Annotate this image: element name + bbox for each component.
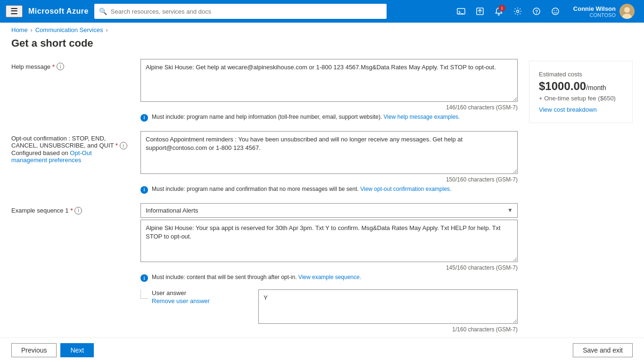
hamburger-menu-icon[interactable]: ☰ [6,5,23,17]
opt-out-label-text: Opt-out confirmation : STOP, END, CANCEL… [11,135,114,149]
help-message-info: i Must include: program name and help in… [140,114,518,122]
view-cost-breakdown-link[interactable]: View cost breakdown [539,106,597,113]
user-answer-char-count: 1/160 characters (GSM-7) [258,326,518,333]
svg-text:?: ? [535,9,538,15]
bottom-bar: Previous Next Save and exit [0,337,644,362]
save-and-exit-button[interactable]: Save and exit [573,343,633,357]
breadcrumb-sep-2: › [106,27,107,33]
user-answer-field-col: Y 1/160 characters (GSM-7) [258,289,518,335]
settings-icon[interactable] [509,3,526,20]
search-bar: 🔍 [94,4,387,19]
example-sequence-dropdown[interactable]: Informational Alerts Marketing Sweepstak… [140,203,518,218]
top-nav: ☰ Microsoft Azure 🔍 1 ? Connie Wilson CO… [0,0,644,23]
help-message-label: Help message [11,63,50,70]
example-sequence-dropdown-wrapper: Informational Alerts Marketing Sweepstak… [140,203,518,218]
upload-icon[interactable] [471,3,488,20]
help-message-input[interactable]: Alpine Ski House: Get help at wecare@alp… [140,59,518,102]
search-icon: 🔍 [99,8,107,15]
svg-point-5 [516,10,519,13]
help-message-examples-link[interactable]: View help message examples. [384,114,460,120]
estimated-costs-card: Estimated costs $1000.00/month + One-tim… [529,61,633,123]
example-sequence-info-icon-circle: i [140,274,148,282]
opt-out-configured-text: Configured based on [11,149,70,156]
estimated-costs-label: Estimated costs [539,71,623,78]
app-logo: Microsoft Azure [28,7,89,16]
breadcrumb: Home › Communication Services › [0,23,644,35]
opt-out-required: * [116,142,118,149]
opt-out-input[interactable]: Contoso Appointment reminders : You have… [140,131,518,174]
smiley-icon[interactable] [547,3,564,20]
page-title: Get a short code [0,35,644,59]
user-menu[interactable]: Connie Wilson CONTOSO [570,0,638,23]
opt-out-examples-link[interactable]: View opt-out confirmation examples. [360,186,451,192]
opt-out-info-icon-circle: i [140,186,148,194]
help-message-field-col: Alpine Ski House: Get help at wecare@alp… [140,59,518,122]
opt-out-info-icon[interactable]: i [120,142,127,149]
help-message-info-icon[interactable]: i [57,63,64,70]
opt-out-row: Opt-out confirmation : STOP, END, CANCEL… [11,131,518,194]
help-message-info-icon-circle: i [140,114,148,122]
notifications-icon[interactable]: 1 [490,3,507,20]
example-sequence-row: Example sequence 1 * i Informational Ale… [11,203,518,335]
cost-setup-fee: + One-time setup fee ($650) [539,95,623,102]
cost-amount: $1000.00 [539,80,586,92]
help-message-char-count: 146/160 characters (GSM-7) [140,104,518,111]
next-button[interactable]: Next [60,343,94,357]
opt-out-char-count: 150/160 characters (GSM-7) [140,176,518,183]
example-sequence-info-text: Must include: content that will be sent … [152,274,361,280]
previous-button[interactable]: Previous [11,343,57,357]
svg-point-12 [624,7,630,13]
opt-out-info: i Must include: program name and confirm… [140,186,518,194]
example-sequence-info: i Must include: content that will be sen… [140,274,518,282]
example-sequence-info-icon[interactable]: i [74,207,82,214]
nav-icon-group: 1 ? [453,3,564,20]
example-sequence-link[interactable]: View example sequence. [298,274,361,280]
user-answer-input[interactable]: Y [258,289,518,324]
user-answer-label-col: User answer Remove user answer [140,289,258,335]
remove-user-answer-link[interactable]: Remove user answer [152,297,210,304]
svg-point-4 [498,14,499,16]
user-org: CONTOSO [590,12,616,18]
help-message-required: * [52,63,55,70]
opt-out-info-text: Must include: program name and confirmat… [152,186,451,192]
svg-point-8 [552,8,559,15]
form-area: Help message * i Alpine Ski House: Get h… [11,59,518,344]
avatar [619,4,635,19]
opt-out-field-col: Contoso Appointment reminders : You have… [140,131,518,194]
example-sequence-label: Example sequence 1 [11,207,68,214]
svg-point-9 [553,10,554,11]
user-answer-label: User answer [152,289,210,296]
example-sequence-input[interactable]: Alpine Ski House: Your spa appt is reser… [140,220,518,263]
user-answer-group: User answer Remove user answer Y 1/160 c… [140,289,518,335]
notification-badge: 1 [499,5,505,11]
breadcrumb-home[interactable]: Home [11,26,28,33]
example-sequence-char-count: 145/160 characters (GSM-7) [140,264,518,271]
svg-point-10 [556,10,557,11]
search-input[interactable] [111,8,382,15]
cost-amount-row: $1000.00/month [539,80,623,93]
help-icon[interactable]: ? [528,3,545,20]
breadcrumb-sep-1: › [31,27,33,33]
example-sequence-required: * [70,207,73,214]
example-sequence-label-col: Example sequence 1 * i [11,203,129,335]
example-sequence-field-col: Informational Alerts Marketing Sweepstak… [140,203,518,335]
opt-out-label-col: Opt-out confirmation : STOP, END, CANCEL… [11,131,129,194]
main-content: Help message * i Alpine Ski House: Get h… [0,59,644,362]
help-message-row: Help message * i Alpine Ski House: Get h… [11,59,518,122]
user-answer-corner-line [140,289,148,299]
user-name: Connie Wilson [573,5,616,12]
help-message-label-col: Help message * i [11,59,129,122]
cloud-shell-icon[interactable] [453,3,470,20]
cost-period: /month [586,84,606,91]
help-message-info-text: Must include: program name and help info… [152,114,460,120]
breadcrumb-communication-services[interactable]: Communication Services [35,26,103,33]
svg-rect-0 [457,8,465,14]
